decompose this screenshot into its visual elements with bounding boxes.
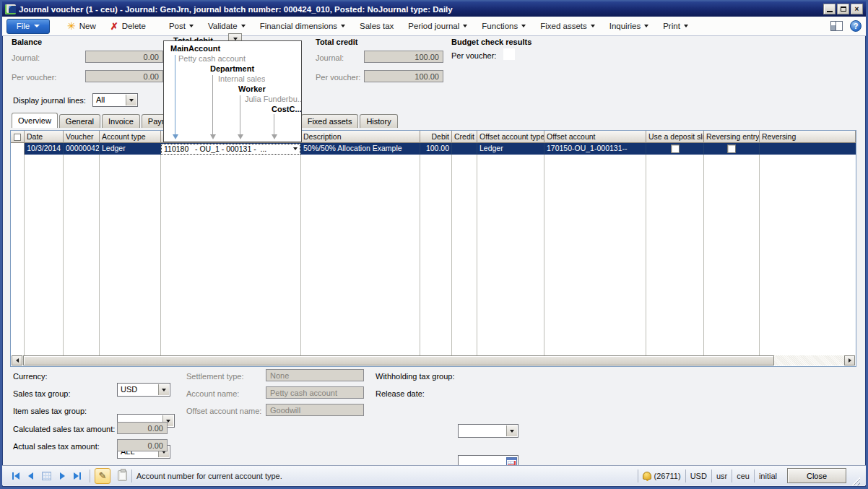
col-reversing-entry[interactable]: Reversing entry (704, 131, 760, 143)
cell-credit[interactable] (452, 143, 477, 155)
minimize-icon (827, 11, 833, 12)
dropdown-button[interactable] (158, 384, 169, 395)
delete-button[interactable]: ✗ Delete (103, 18, 153, 34)
menu-period-journal[interactable]: Period journal (401, 18, 474, 34)
file-menu-button[interactable]: File (6, 19, 50, 34)
select-all-checkbox[interactable] (11, 131, 25, 143)
grid-view-button[interactable] (38, 472, 56, 480)
currency-label: Currency: (13, 372, 48, 381)
table-row[interactable]: 10/3/2014 00000042 Ledger 110180 - OU_1 … (11, 143, 856, 155)
balance-per-voucher-label: Per voucher: (12, 73, 56, 82)
cell-voucher[interactable]: 00000042 (64, 143, 100, 155)
cell-debit[interactable]: 100.00 (420, 143, 452, 155)
reversing-entry-checkbox[interactable] (727, 144, 736, 153)
last-record-button[interactable] (69, 472, 85, 480)
col-voucher[interactable]: Voucher (64, 131, 100, 143)
minimize-button[interactable] (823, 4, 836, 14)
resize-grip[interactable] (851, 476, 860, 485)
offset-account-name-field: Goodwill (266, 404, 364, 416)
cell-date[interactable]: 10/3/2014 (25, 143, 64, 155)
row-selector[interactable] (11, 143, 25, 155)
tab-invoice[interactable]: Invoice (102, 114, 140, 128)
menu-fixed-assets[interactable]: Fixed assets (533, 18, 602, 34)
total-credit-journal-label: Journal: (316, 53, 344, 62)
tab-overview[interactable]: Overview (12, 113, 58, 128)
col-description[interactable]: Description (301, 131, 420, 143)
chevron-down-icon (189, 25, 194, 27)
help-icon[interactable]: ? (850, 20, 862, 32)
total-credit-journal-field: 100.00 (364, 51, 443, 63)
pencil-icon: ✎ (99, 470, 107, 481)
tab-fixed-assets[interactable]: Fixed assets (301, 114, 359, 128)
close-button[interactable]: Close (787, 468, 846, 483)
edit-mode-button[interactable]: ✎ (95, 468, 110, 484)
first-record-button[interactable] (8, 472, 24, 480)
total-credit-per-voucher-label: Per voucher: (316, 73, 360, 82)
col-account-type[interactable]: Account type (100, 131, 161, 143)
chevron-down-icon (34, 25, 40, 27)
delete-icon: ✗ (110, 22, 118, 31)
scroll-left-button[interactable] (12, 355, 22, 365)
balance-journal-label: Journal: (12, 53, 40, 62)
chevron-down-icon (129, 99, 134, 102)
withholding-tax-group-select[interactable] (458, 424, 518, 438)
item-sales-tax-group-label: Item sales tax group: (13, 407, 87, 415)
segment-department-name: Department (210, 64, 254, 73)
cell-account-type[interactable]: Ledger (100, 143, 161, 155)
menu-inquiries[interactable]: Inquiries (602, 18, 656, 34)
new-button[interactable]: ✳ New (60, 18, 103, 34)
tab-history[interactable]: History (360, 114, 397, 128)
cell-reversing-entry (704, 143, 760, 155)
settlement-type-field: None (266, 369, 364, 381)
cell-description[interactable]: 50%/50% Allocation Example (301, 143, 420, 155)
cell-account: 110180 - OU_1 - 000131 - ... (161, 143, 301, 155)
dropdown-button[interactable] (506, 425, 517, 436)
currency-select[interactable]: USD (117, 383, 170, 397)
segment-worker-value: Julia Funderbu.. (245, 95, 301, 103)
grid-header-row: Date Voucher Account type Description De… (11, 131, 856, 143)
menu-functions[interactable]: Functions (474, 18, 533, 34)
menu-post[interactable]: Post (162, 18, 201, 34)
menu-financial-dimensions[interactable]: Financial dimensions (253, 18, 352, 34)
previous-record-button[interactable] (24, 472, 38, 480)
status-user: usr (716, 472, 727, 480)
balance-per-voucher-field: 0.00 (85, 70, 163, 82)
account-lookup-icon[interactable] (293, 147, 298, 150)
col-offset-account[interactable]: Offset account (544, 131, 646, 143)
scroll-right-button[interactable] (844, 355, 855, 365)
attachments-icon[interactable] (118, 470, 127, 481)
col-debit[interactable]: Debit (420, 131, 452, 143)
show-pane-icon[interactable] (830, 21, 843, 31)
cell-offset-account[interactable]: 170150-OU_1-000131-- (544, 143, 646, 155)
actual-sales-tax-field: 0.00 (117, 439, 168, 451)
col-reversing[interactable]: Reversing (760, 131, 856, 143)
status-company: ceu (737, 472, 750, 480)
cell-reversing[interactable] (760, 143, 856, 155)
use-deposit-slip-checkbox[interactable] (671, 144, 680, 153)
col-use-deposit-slip[interactable]: Use a deposit slip (646, 131, 704, 143)
display-journal-lines-label: Display journal lines: (13, 96, 86, 105)
account-segmented-input[interactable]: 110180 - OU_1 - 000131 - ... (161, 144, 300, 155)
close-window-button[interactable]: × (851, 4, 863, 14)
actual-sales-tax-label: Actual sales tax amount: (13, 442, 100, 451)
dropdown-button[interactable] (126, 95, 136, 105)
total-credit-per-voucher-field: 100.00 (364, 70, 443, 82)
scrollbar-thumb[interactable] (23, 355, 774, 365)
display-journal-lines-select[interactable]: All (92, 93, 138, 107)
app-icon (5, 4, 16, 14)
maximize-button[interactable] (837, 4, 849, 14)
horizontal-scrollbar[interactable] (12, 355, 855, 365)
col-credit[interactable]: Credit (452, 131, 477, 143)
menu-sales-tax[interactable]: Sales tax (352, 18, 401, 34)
cell-offset-account-type[interactable]: Ledger (477, 143, 544, 155)
cell-use-deposit-slip (646, 143, 704, 155)
menu-print[interactable]: Print (656, 18, 695, 34)
col-date[interactable]: Date (25, 131, 64, 143)
menu-validate[interactable]: Validate (201, 18, 253, 34)
tab-general[interactable]: General (59, 114, 100, 128)
dimension-segment-tooltip: MainAccount Petty cash account Departmen… (163, 40, 302, 142)
col-offset-account-type[interactable]: Offset account type (477, 131, 544, 143)
next-record-button[interactable] (56, 472, 69, 480)
notifications-button[interactable]: (26711) (643, 472, 681, 480)
chevron-down-icon (463, 25, 467, 27)
